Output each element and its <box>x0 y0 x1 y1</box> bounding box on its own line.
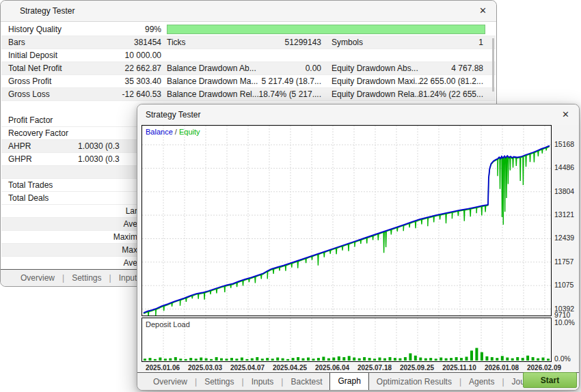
stat-value: 1 <box>478 38 483 47</box>
x-axis-date-label: 2025.11.10 <box>438 364 481 372</box>
close-icon[interactable]: ✕ <box>479 5 487 16</box>
strategy-tester-graph-window: Strategy Tester ✕ Balance / Equity Depos… <box>137 104 580 391</box>
stat-label: Balance Drawdown Rel... <box>167 89 259 99</box>
y-axis-tick-label: 14486 <box>554 163 580 171</box>
stat-value: 1.0030 (0.3 <box>78 141 120 151</box>
deposit-load-plot <box>142 318 551 361</box>
legend-balance-label: Balance <box>146 128 173 136</box>
fg-window-titlebar[interactable]: Strategy Tester ✕ <box>137 104 579 125</box>
stat-value: 381454 <box>134 38 161 47</box>
stat-value: 4 767.88 <box>451 64 483 73</box>
tab-settings[interactable]: Settings <box>197 375 241 389</box>
stat-value: 99% <box>145 25 161 34</box>
stat-label: Recovery Factor <box>8 128 68 138</box>
stat-label: Total Net Profit <box>8 64 62 73</box>
tab-optimization-results[interactable]: Optimization Results <box>369 375 459 389</box>
y-axis-tick-label: 11075 <box>554 281 580 289</box>
stat-value: 0.00 <box>306 64 321 73</box>
stat-label: Gross Profit <box>8 76 51 86</box>
stat-label: Balance Drawdown Ab... <box>167 64 256 73</box>
tab-backtest[interactable]: Backtest <box>283 375 329 389</box>
stat-row: Bars381454Ticks51299143Symbols1 <box>1 36 496 49</box>
x-axis-date-label: 2025.06.04 <box>311 364 353 372</box>
legend-equity-label: Equity <box>179 128 200 136</box>
stat-label: Gross Loss <box>8 89 50 99</box>
x-axis-date-label: 2025.01.06 <box>141 364 184 372</box>
stat-label: Equity Drawdown Rela... <box>332 89 421 99</box>
stat-label: Equity Drawdown Maxi... <box>332 76 422 86</box>
deposit-load-chart: Deposit Load <box>141 318 552 362</box>
stat-label: Ticks <box>167 38 186 47</box>
stat-value: 22 662.87 <box>125 64 161 73</box>
stat-label: Equity Drawdown Abs... <box>332 64 418 73</box>
y-axis-tick-label: 13804 <box>554 187 580 195</box>
stat-label: History Quality <box>8 25 62 34</box>
stat-label: Bars <box>8 38 25 47</box>
y-axis-tick-label: 13121 <box>554 210 580 219</box>
stat-label: Total Deals <box>8 193 49 203</box>
stat-row: Gross Profit35 303.40Balance Drawdown Ma… <box>1 75 496 88</box>
vertical-scrollbar[interactable] <box>492 38 494 92</box>
legend-separator: / <box>173 128 179 136</box>
stat-value: 1.0030 (0.3 <box>78 154 120 164</box>
stat-row: Initial Deposit10 000.00 <box>1 49 496 62</box>
tab-overview[interactable]: Overview <box>146 375 195 389</box>
deposit-min-label: 0.0% <box>554 354 580 363</box>
stat-label: Balance Drawdown Ma... <box>167 76 258 86</box>
deposit-max-label: 10.0% <box>554 318 580 326</box>
x-axis-date-label: 2025.04.25 <box>269 364 311 372</box>
y-axis-tick-label: 11757 <box>554 257 580 266</box>
fg-window-tabbar: Overview|Settings|Inputs|BacktestGraphOp… <box>137 372 579 390</box>
x-axis-date-label: 2025.03.03 <box>184 364 226 372</box>
chart-legend: Balance / Equity <box>146 128 200 136</box>
stat-label: Lar <box>126 206 137 216</box>
stat-label: Ave <box>124 258 137 268</box>
stat-value: 35 303.40 <box>125 76 161 86</box>
stat-label: Total Trades <box>8 180 53 190</box>
fg-window-title: Strategy Tester <box>146 110 200 120</box>
x-axis-date-label: 2025.04.07 <box>226 364 269 372</box>
stat-label: Profit Factor <box>8 115 53 125</box>
stat-value: 18.74% (5 217.... <box>259 89 321 99</box>
x-axis-date-label: 2025.09.25 <box>396 364 438 372</box>
stat-value: 10 000.00 <box>125 51 161 60</box>
stat-label: Ave <box>124 219 137 229</box>
stat-value: 51299143 <box>285 38 321 47</box>
stat-label: Maxim <box>113 232 137 242</box>
x-axis-date-label: 2026.01.08 <box>481 364 523 372</box>
stat-label: Symbols <box>332 38 363 47</box>
y-axis-tick-label: 12439 <box>554 234 580 242</box>
bg-window-title: Strategy Tester <box>20 6 75 16</box>
bg-window-titlebar[interactable]: Strategy Tester ✕ <box>1 1 496 22</box>
history-quality-progressbar <box>167 25 485 34</box>
close-icon[interactable]: ✕ <box>562 109 569 120</box>
stat-label: Initial Deposit <box>8 51 57 60</box>
tab-graph[interactable]: Graph <box>329 373 368 390</box>
stat-value: 81.24% (22 655... <box>418 89 483 99</box>
tab-overview[interactable]: Overview <box>13 271 62 285</box>
start-button[interactable]: Start <box>523 372 577 388</box>
stat-label: Max <box>122 245 137 255</box>
stat-label: GHPR <box>8 154 32 164</box>
stat-row: Gross Loss-12 640.53Balance Drawdown Rel… <box>1 88 496 101</box>
x-axis-date-label: 2025.07.18 <box>353 364 396 372</box>
tab-agents[interactable]: Agents <box>461 375 502 389</box>
stat-value: 5 217.49 (18.7... <box>262 76 321 86</box>
stat-value: 22 655.00 (81.2... <box>419 76 483 86</box>
x-axis-date-label: 2026.02.09 <box>523 364 565 372</box>
stat-label: AHPR <box>8 141 31 151</box>
balance-equity-plot <box>142 126 551 316</box>
stat-row: Total Net Profit22 662.87Balance Drawdow… <box>1 62 496 75</box>
deposit-load-label: Deposit Load <box>146 320 190 328</box>
screen: { "background_window": { "title": "Strat… <box>0 0 581 392</box>
stat-row: History Quality99% <box>1 23 496 36</box>
tab-settings[interactable]: Settings <box>64 271 109 285</box>
balance-equity-chart: Balance / Equity <box>141 125 552 316</box>
y-axis-tick-label: 15168 <box>554 140 580 148</box>
tab-inputs[interactable]: Inputs <box>244 375 282 389</box>
stat-value: -12 640.53 <box>122 89 161 99</box>
